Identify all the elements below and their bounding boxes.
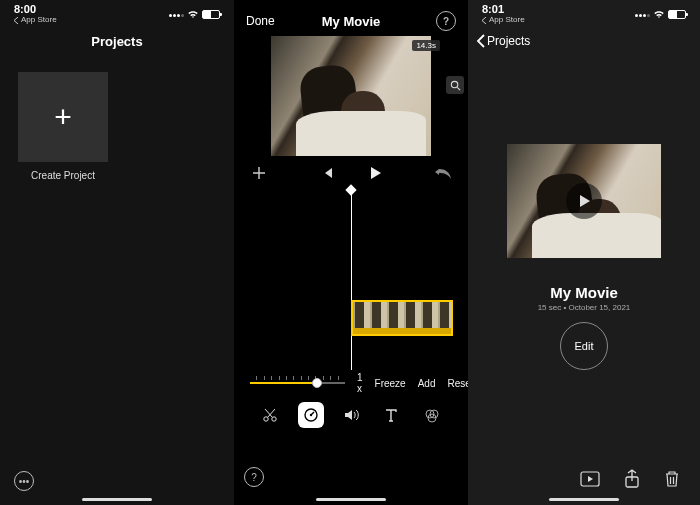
text-tool[interactable] <box>378 402 404 428</box>
screen-projects-list: 8:00 App Store Projects + Create Project… <box>0 0 234 505</box>
undo-button[interactable] <box>432 162 454 184</box>
speed-slider[interactable] <box>250 376 345 390</box>
editor-header: Done My Movie ? <box>234 6 468 36</box>
home-indicator[interactable] <box>549 498 619 501</box>
home-indicator[interactable] <box>82 498 152 501</box>
wifi-icon <box>187 10 199 19</box>
svg-point-5 <box>309 414 311 416</box>
speed-value: 1 x <box>357 372 363 394</box>
add-media-button[interactable] <box>248 162 270 184</box>
project-thumbnail[interactable] <box>507 144 661 258</box>
back-button[interactable]: Projects <box>476 34 530 48</box>
video-preview[interactable] <box>271 36 431 156</box>
status-time: 8:00 <box>14 4 57 16</box>
cellular-signal-icon <box>168 8 184 20</box>
filters-tool[interactable] <box>419 402 445 428</box>
edit-button[interactable]: Edit <box>560 322 608 370</box>
project-title: My Movie <box>322 14 381 29</box>
speed-controls: 1 x Freeze Add Reset <box>234 370 468 396</box>
battery-icon <box>668 10 686 19</box>
svg-line-1 <box>457 87 460 90</box>
chevron-left-icon <box>476 34 485 48</box>
battery-icon <box>202 10 220 19</box>
playhead[interactable] <box>351 190 352 370</box>
clip-audio-track <box>353 328 451 334</box>
add-freeze-button[interactable]: Add <box>418 378 436 389</box>
wifi-icon <box>653 10 665 19</box>
preview-area: 14.3s <box>234 36 468 156</box>
status-bar: 8:01 App Store <box>468 0 700 28</box>
header: Projects <box>0 28 234 54</box>
play-project-button[interactable] <box>580 471 600 487</box>
header: Projects <box>468 28 700 54</box>
home-indicator[interactable] <box>316 498 386 501</box>
scissors-tool[interactable] <box>257 402 283 428</box>
status-bar: 8:00 App Store <box>0 0 234 28</box>
volume-tool[interactable] <box>338 402 364 428</box>
go-to-start-button[interactable] <box>316 162 338 184</box>
video-clip[interactable] <box>351 300 453 336</box>
create-project-label: Create Project <box>18 170 108 181</box>
play-icon <box>576 193 592 209</box>
zoom-button[interactable] <box>446 76 464 94</box>
screen-project-detail: 8:01 App Store Projects My Movie 15 sec … <box>468 0 700 505</box>
freeze-button[interactable]: Freeze <box>375 378 406 389</box>
play-overlay-button[interactable] <box>566 183 602 219</box>
done-button[interactable]: Done <box>246 14 275 28</box>
cellular-signal-icon <box>634 8 650 20</box>
reset-speed-button[interactable]: Reset <box>447 378 468 389</box>
play-button[interactable] <box>364 162 386 184</box>
speedometer-tool[interactable] <box>298 402 324 428</box>
project-title: My Movie <box>468 284 700 301</box>
svg-point-0 <box>451 81 457 87</box>
preview-time-badge: 14.3s <box>412 40 440 51</box>
help-button-bottom[interactable]: ? <box>244 467 264 487</box>
status-back-to-app[interactable]: App Store <box>482 16 525 24</box>
plus-icon: + <box>54 102 72 132</box>
help-button[interactable]: ? <box>436 11 456 31</box>
tool-row <box>234 396 468 428</box>
share-button[interactable] <box>624 469 640 489</box>
status-time: 8:01 <box>482 4 525 16</box>
timeline[interactable] <box>234 190 468 370</box>
bottom-actions <box>580 469 680 489</box>
page-title: Projects <box>91 34 142 49</box>
create-project-tile[interactable]: + <box>18 72 108 162</box>
screen-editor: Done My Movie ? 14.3s 1 x Free <box>234 0 468 505</box>
more-menu-button[interactable]: ••• <box>14 471 34 491</box>
delete-button[interactable] <box>664 470 680 488</box>
status-back-to-app[interactable]: App Store <box>14 16 57 24</box>
project-meta: 15 sec • October 15, 2021 <box>468 303 700 312</box>
